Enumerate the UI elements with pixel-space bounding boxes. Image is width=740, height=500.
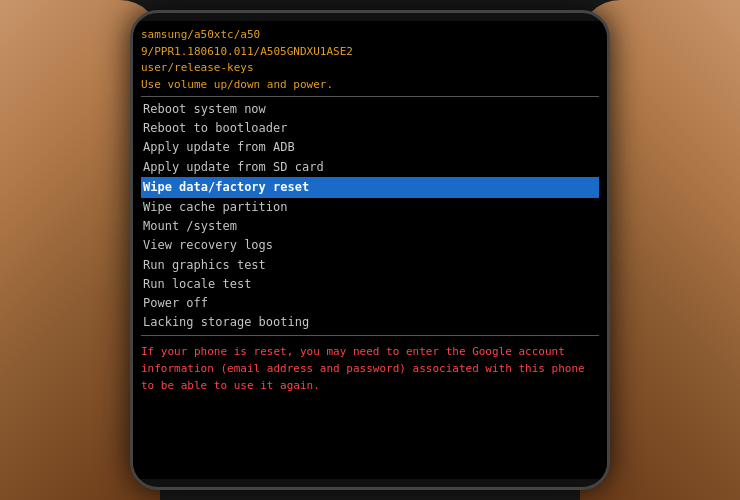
power-button — [608, 93, 610, 128]
phone-screen: samsung/a50xtc/a50 9/PPR1.180610.011/A50… — [133, 21, 607, 479]
menu-item-8[interactable]: Run graphics test — [141, 256, 599, 275]
menu-item-2[interactable]: Apply update from ADB — [141, 138, 599, 157]
menu-item-11[interactable]: Lacking storage booting — [141, 313, 599, 332]
recovery-menu: Reboot system nowReboot to bootloaderApp… — [141, 100, 599, 332]
menu-item-4[interactable]: Wipe data/factory reset — [141, 177, 599, 198]
menu-item-6[interactable]: Mount /system — [141, 217, 599, 236]
volume-button — [130, 93, 132, 128]
header-line-3: user/release-keys — [141, 60, 599, 77]
divider-top — [141, 96, 599, 97]
menu-item-0[interactable]: Reboot system now — [141, 100, 599, 119]
menu-item-5[interactable]: Wipe cache partition — [141, 198, 599, 217]
divider-bottom — [141, 335, 599, 336]
menu-item-9[interactable]: Run locale test — [141, 275, 599, 294]
header-line-2: 9/PPR1.180610.011/A505GNDXU1ASE2 — [141, 44, 599, 61]
menu-item-10[interactable]: Power off — [141, 294, 599, 313]
scene: samsung/a50xtc/a50 9/PPR1.180610.011/A50… — [0, 0, 740, 500]
menu-item-7[interactable]: View recovery logs — [141, 236, 599, 255]
phone-body: samsung/a50xtc/a50 9/PPR1.180610.011/A50… — [130, 10, 610, 490]
header-line-1: samsung/a50xtc/a50 — [141, 27, 599, 44]
menu-item-1[interactable]: Reboot to bootloader — [141, 119, 599, 138]
header-line-4: Use volume up/down and power. — [141, 77, 599, 94]
menu-item-3[interactable]: Apply update from SD card — [141, 158, 599, 177]
warning-text: If your phone is reset, you may need to … — [141, 343, 599, 394]
